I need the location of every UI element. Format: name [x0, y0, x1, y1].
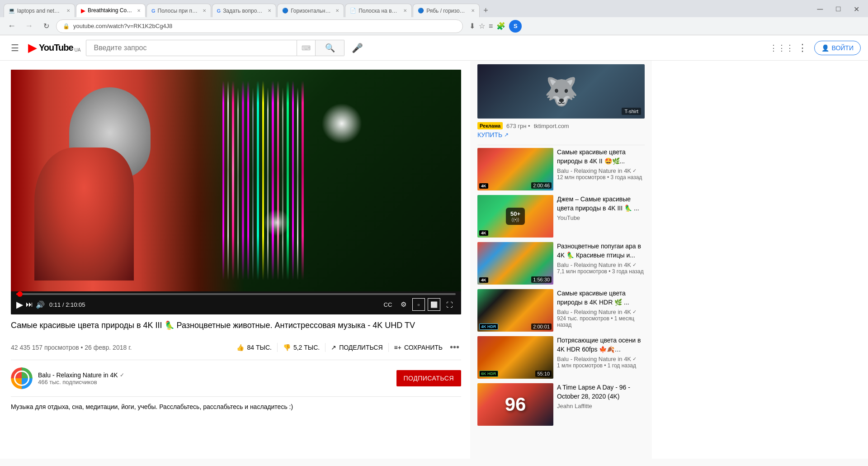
tab5-close[interactable]: ✕ — [335, 8, 339, 13]
tab-7[interactable]: 🔵 Рябь / горизонталь... ✕ — [413, 4, 480, 17]
channel-row: Balu - Relaxing Nature in 4K ✓ 466 тыс. … — [11, 360, 461, 397]
next-button[interactable]: ⏭ — [26, 300, 33, 309]
thumbup-icon: 👍 — [236, 344, 244, 351]
share-button[interactable]: ↗ ПОДЕЛИТЬСЯ — [327, 341, 386, 354]
new-tab-button[interactable]: + — [481, 4, 491, 17]
tab5-label: Горизонтальные пол... — [291, 8, 331, 14]
reload-button[interactable]: ↻ — [39, 19, 53, 33]
tab-6[interactable]: 📄 Полоска на видеоэ... ✕ — [345, 4, 412, 17]
more-actions-button[interactable]: ••• — [448, 339, 461, 355]
rec-title-6: A Time Lapse A Day - 96 - October 28, 20… — [557, 383, 645, 401]
play-button[interactable]: ▶ — [16, 299, 23, 310]
parrot-visual — [11, 70, 245, 291]
tab2-close[interactable]: ✕ — [137, 8, 141, 13]
rec-info-6: A Time Lapse A Day - 96 - October 28, 20… — [557, 383, 645, 426]
rec-thumb-5: 6K HDR 55:10 — [477, 336, 553, 379]
url-input[interactable] — [73, 23, 456, 29]
tab6-label: Полоска на видеоэ... — [359, 8, 399, 14]
rec-video-4[interactable]: 4K HDR 2:00:01 Самые красивые цвета прир… — [477, 289, 645, 332]
more-options-icon[interactable]: ⋮ — [793, 39, 811, 57]
channel-name[interactable]: Balu - Relaxing Nature in 4K ✓ — [38, 371, 124, 379]
theater-button[interactable]: ⬜ — [428, 298, 440, 311]
rec-channel-5: Balu - Relaxing Nature in 4K ✓ — [557, 356, 645, 362]
tab3-favicon: G — [151, 8, 156, 14]
maximize-button[interactable]: ☐ — [830, 3, 846, 15]
fullscreen-button[interactable]: ⛶ — [443, 298, 456, 311]
forward-button[interactable]: → — [22, 19, 36, 33]
tab7-close[interactable]: ✕ — [471, 8, 475, 13]
extensions-icon[interactable]: 🧩 — [496, 22, 505, 30]
search-input[interactable] — [86, 40, 297, 56]
rec-duration-3: 1:56:30 — [531, 276, 552, 283]
bookmark-icon[interactable]: ☆ — [479, 22, 485, 30]
rec-channel-3: Balu - Relaxing Nature in 4K ✓ — [557, 262, 645, 268]
tab4-close[interactable]: ✕ — [268, 8, 271, 13]
address-bar[interactable]: 🔒 — [56, 19, 463, 33]
dislike-button[interactable]: 👎 5,2 ТЫС. — [279, 341, 323, 354]
video-meta-row: 42 435 157 просмотров • 26 февр. 2018 г.… — [11, 335, 461, 360]
thumbdown-icon: 👎 — [283, 344, 291, 351]
rec-4k-badge-2: 4K — [479, 230, 488, 236]
tab-3[interactable]: G Полосы при просмо... ✕ — [146, 4, 211, 17]
tab-5[interactable]: 🔵 Горизонтальные пол... ✕ — [277, 4, 344, 17]
youtube-logo[interactable]: ▶ YouTube UA — [28, 41, 80, 55]
minimize-button[interactable]: ─ — [812, 3, 828, 15]
like-button[interactable]: 👍 84 ТЫС. — [233, 341, 275, 354]
channel-avatar[interactable] — [11, 367, 33, 389]
miniplayer-button[interactable]: ▫ — [412, 298, 425, 311]
rec-video-3[interactable]: 4K 1:56:30 Разноцветные попугаи ара в 4K… — [477, 242, 645, 285]
tab-2[interactable]: ▶ Breathtaking Colors ✕ — [76, 4, 146, 17]
tab3-close[interactable]: ✕ — [203, 8, 206, 13]
video-title: Самые красивые цвета природы в 4K III 🦜 … — [11, 320, 461, 331]
header-right: ⋮⋮⋮ ⋮ 👤 ВОЙТИ — [773, 39, 861, 57]
separator-3 — [388, 343, 389, 352]
subscribe-button[interactable]: ПОДПИСАТЬСЯ — [396, 370, 461, 386]
tab-4[interactable]: G Задать вопрос - Фор... ✕ — [212, 4, 277, 17]
tab1-close[interactable]: ✕ — [66, 8, 70, 13]
rec-meta-5: 1 млн просмотров • 1 год назад — [557, 362, 645, 369]
rec-num-96: 96 — [477, 383, 553, 426]
lock-icon: 🔒 — [63, 23, 70, 29]
main-content: ▶ ⏭ 🔊 0:11 / 2:10:05 CC ⚙ ▫ ⬜ ⛶ Самые кр… — [0, 61, 868, 459]
tab7-favicon: 🔵 — [418, 8, 424, 14]
mic-button[interactable]: 🎤 — [348, 39, 366, 57]
tab1-favicon: 💻 — [9, 8, 15, 14]
youtube-header: ☰ ▶ YouTube UA ⌨ 🔍 🎤 ⋮⋮⋮ ⋮ 👤 ВОЙТИ — [0, 35, 868, 61]
settings-button[interactable]: ⚙ — [397, 298, 410, 311]
rec-video-1[interactable]: 4K 2:00:46 Самые красивые цвета природы … — [477, 148, 645, 190]
recommended-list: 4K 2:00:46 Самые красивые цвета природы … — [477, 148, 645, 426]
video-frame[interactable] — [11, 70, 461, 291]
signin-button[interactable]: 👤 ВОЙТИ — [814, 41, 861, 55]
hamburger-menu[interactable]: ☰ — [7, 39, 23, 57]
rec-title-5: Потрясающие цвета осени в 4K HDR 60fps 🍁… — [557, 336, 645, 354]
glare-1 — [321, 103, 362, 144]
ad-badge: Реклама — [477, 122, 503, 129]
rec-info-2: Джем – Самые красивые цвета природы в 4K… — [557, 195, 645, 238]
tab6-close[interactable]: ✕ — [403, 8, 407, 13]
tab6-favicon: 📄 — [350, 8, 356, 14]
ad-thumbnail[interactable]: 🐺 T-shirt — [477, 64, 645, 119]
save-button[interactable]: ≡+ СОХРАНИТЬ — [391, 341, 446, 354]
ad-price: 673 грн • — [506, 123, 530, 129]
youtube-logo-text: YouTube — [39, 43, 73, 53]
download-icon[interactable]: ⬇ — [469, 22, 475, 30]
separator-1 — [277, 343, 278, 352]
ad-buy-btn[interactable]: КУПИТЬ ↗ — [477, 131, 645, 138]
signin-label: ВОЙТИ — [832, 44, 854, 52]
user-avatar[interactable]: S — [509, 20, 522, 33]
apps-icon[interactable]: ⋮⋮⋮ — [773, 39, 791, 57]
search-button[interactable]: 🔍 — [316, 40, 344, 56]
volume-button[interactable]: 🔊 — [36, 300, 45, 309]
close-button[interactable]: ✕ — [848, 3, 864, 15]
progress-bar-container[interactable] — [16, 293, 456, 295]
rec-video-6[interactable]: 96 A Time Lapse A Day - 96 - October 28,… — [477, 383, 645, 426]
glitch-stripes — [222, 70, 439, 291]
rec-channel-1: Balu - Relaxing Nature in 4K ✓ — [557, 167, 645, 174]
back-button[interactable]: ← — [5, 19, 19, 33]
subtitles-button[interactable]: CC — [382, 298, 394, 311]
rec-video-5[interactable]: 6K HDR 55:10 Потрясающие цвета осени в 4… — [477, 336, 645, 379]
rec-video-2[interactable]: 4K 50+ ((•)) Джем – Самые красивые цвета… — [477, 195, 645, 238]
profile-icon[interactable]: ≡ — [489, 22, 493, 30]
tab-1[interactable]: 💻 laptops and netbooks... ✕ — [4, 4, 75, 17]
external-link-icon: ↗ — [504, 132, 509, 138]
